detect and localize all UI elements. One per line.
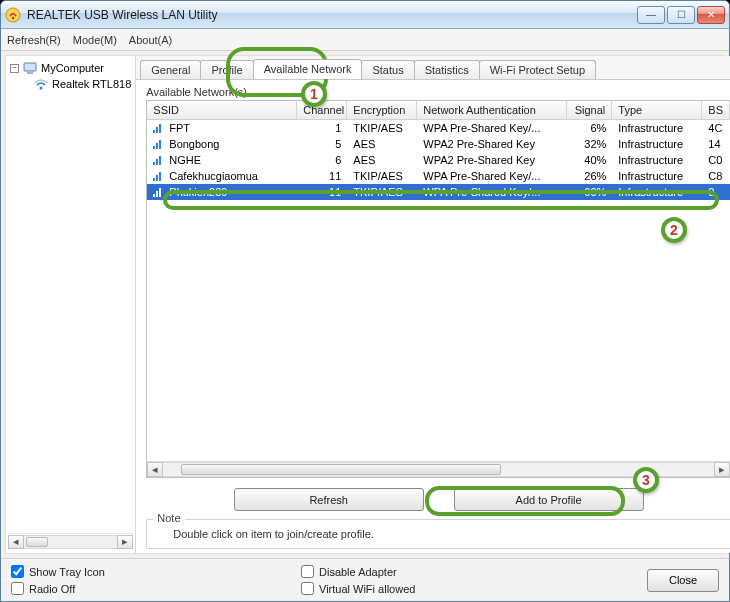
radio-off-input[interactable] bbox=[11, 582, 24, 595]
refresh-button[interactable]: Refresh bbox=[234, 488, 424, 511]
close-button[interactable]: Close bbox=[647, 569, 719, 592]
table-row[interactable]: NGHE6AESWPA2 Pre-Shared Key40%Infrastruc… bbox=[147, 152, 730, 168]
cell-encryption: TKIP/AES bbox=[347, 185, 417, 199]
tree-root-label: MyComputer bbox=[41, 62, 104, 74]
tabstrip: General Profile Available Network Status… bbox=[136, 56, 730, 80]
cell-ssid: Cafekhucgiaomua bbox=[169, 170, 258, 182]
tree-collapse-icon[interactable]: − bbox=[10, 64, 19, 73]
tab-statistics[interactable]: Statistics bbox=[414, 60, 480, 79]
listview-hscroll[interactable]: ◂ ▸ bbox=[147, 461, 730, 477]
cell-auth: WPA Pre-Shared Key/... bbox=[417, 169, 567, 183]
listview-body[interactable]: FPT1TKIP/AESWPA Pre-Shared Key/...6%Infr… bbox=[147, 120, 730, 461]
svg-rect-2 bbox=[24, 63, 36, 71]
col-auth[interactable]: Network Authentication bbox=[417, 101, 567, 119]
cell-encryption: TKIP/AES bbox=[347, 121, 417, 135]
cell-type: Infrastructure bbox=[612, 137, 702, 151]
cell-signal: 40% bbox=[567, 153, 612, 167]
scroll-track[interactable] bbox=[24, 535, 117, 549]
table-row[interactable]: FPT1TKIP/AESWPA Pre-Shared Key/...6%Infr… bbox=[147, 120, 730, 136]
main-panel: General Profile Available Network Status… bbox=[136, 56, 730, 553]
cell-bssid: C0 bbox=[702, 153, 730, 167]
menubar: Refresh(R) Mode(M) About(A) bbox=[1, 29, 729, 51]
disable-adapter-label: Disable Adapter bbox=[319, 566, 397, 578]
cell-bssid: 4C bbox=[702, 121, 730, 135]
cell-encryption: TKIP/AES bbox=[347, 169, 417, 183]
show-tray-input[interactable] bbox=[11, 565, 24, 578]
scroll-left-icon[interactable]: ◂ bbox=[8, 535, 24, 549]
cell-signal: 32% bbox=[567, 137, 612, 151]
cell-ssid: NGHE bbox=[169, 154, 201, 166]
cell-ssid: FPT bbox=[169, 122, 190, 134]
close-window-button[interactable]: ✕ bbox=[697, 6, 725, 24]
table-row[interactable]: Cafekhucgiaomua11TKIP/AESWPA Pre-Shared … bbox=[147, 168, 730, 184]
tab-profile[interactable]: Profile bbox=[200, 60, 253, 79]
show-tray-checkbox[interactable]: Show Tray Icon bbox=[11, 565, 181, 578]
signal-icon bbox=[153, 155, 165, 165]
menu-refresh[interactable]: Refresh(R) bbox=[7, 34, 61, 46]
tab-page: Available Network(s) SSID Channel Encryp… bbox=[136, 80, 730, 553]
scroll-thumb[interactable] bbox=[26, 537, 48, 547]
scroll-right-icon[interactable]: ▸ bbox=[117, 535, 133, 549]
col-bssid[interactable]: BS bbox=[702, 101, 730, 119]
cell-bssid: 0 bbox=[702, 185, 730, 199]
col-ssid[interactable]: SSID bbox=[147, 101, 297, 119]
app-icon bbox=[5, 7, 21, 23]
cell-signal: 60% bbox=[567, 185, 612, 199]
tab-wps[interactable]: Wi-Fi Protect Setup bbox=[479, 60, 596, 79]
networks-group-label: Available Network(s) bbox=[146, 86, 730, 98]
cell-channel: 1 bbox=[297, 121, 347, 135]
add-to-profile-button[interactable]: Add to Profile bbox=[454, 488, 644, 511]
cell-channel: 6 bbox=[297, 153, 347, 167]
lv-scroll-thumb[interactable] bbox=[181, 464, 501, 475]
col-signal[interactable]: Signal bbox=[567, 101, 612, 119]
tab-general[interactable]: General bbox=[140, 60, 201, 79]
cell-auth: WPA Pre-Shared Key/... bbox=[417, 185, 567, 199]
cell-type: Infrastructure bbox=[612, 185, 702, 199]
radio-off-checkbox[interactable]: Radio Off bbox=[11, 582, 181, 595]
maximize-button[interactable]: ☐ bbox=[667, 6, 695, 24]
titlebar[interactable]: REALTEK USB Wireless LAN Utility — ☐ ✕ bbox=[1, 1, 729, 29]
networks-listview[interactable]: SSID Channel Encryption Network Authenti… bbox=[146, 100, 730, 478]
virtual-wifi-input[interactable] bbox=[301, 582, 314, 595]
disable-adapter-input[interactable] bbox=[301, 565, 314, 578]
col-type[interactable]: Type bbox=[612, 101, 702, 119]
radio-off-label: Radio Off bbox=[29, 583, 75, 595]
menu-about[interactable]: About(A) bbox=[129, 34, 172, 46]
lv-scroll-track[interactable] bbox=[163, 462, 714, 477]
tree-adapter[interactable]: Realtek RTL818 bbox=[8, 76, 133, 92]
virtual-wifi-checkbox[interactable]: Virtual WiFi allowed bbox=[301, 582, 415, 595]
cell-signal: 6% bbox=[567, 121, 612, 135]
table-row[interactable]: Phukien23911TKIP/AESWPA Pre-Shared Key/.… bbox=[147, 184, 730, 200]
cell-signal: 26% bbox=[567, 169, 612, 183]
col-channel[interactable]: Channel bbox=[297, 101, 347, 119]
tab-status[interactable]: Status bbox=[361, 60, 414, 79]
signal-icon bbox=[153, 123, 165, 133]
cell-type: Infrastructure bbox=[612, 169, 702, 183]
cell-channel: 11 bbox=[297, 169, 347, 183]
cell-type: Infrastructure bbox=[612, 153, 702, 167]
cell-bssid: 14 bbox=[702, 137, 730, 151]
note-legend: Note bbox=[153, 512, 184, 524]
cell-channel: 5 bbox=[297, 137, 347, 151]
tree-hscroll[interactable]: ◂ ▸ bbox=[8, 533, 133, 549]
cell-encryption: AES bbox=[347, 137, 417, 151]
menu-mode[interactable]: Mode(M) bbox=[73, 34, 117, 46]
lv-scroll-left-icon[interactable]: ◂ bbox=[147, 462, 163, 477]
button-row: Refresh Add to Profile bbox=[146, 478, 730, 517]
tree-root[interactable]: − MyComputer bbox=[8, 60, 133, 76]
cell-ssid: Phukien239 bbox=[169, 186, 227, 198]
app-window: REALTEK USB Wireless LAN Utility — ☐ ✕ R… bbox=[0, 0, 730, 602]
signal-icon bbox=[153, 171, 165, 181]
show-tray-label: Show Tray Icon bbox=[29, 566, 105, 578]
svg-point-0 bbox=[6, 8, 20, 22]
adapter-icon bbox=[34, 77, 48, 91]
minimize-button[interactable]: — bbox=[637, 6, 665, 24]
listview-header[interactable]: SSID Channel Encryption Network Authenti… bbox=[147, 101, 730, 120]
svg-point-4 bbox=[40, 87, 43, 90]
table-row[interactable]: Bongbong5AESWPA2 Pre-Shared Key32%Infras… bbox=[147, 136, 730, 152]
disable-adapter-checkbox[interactable]: Disable Adapter bbox=[301, 565, 415, 578]
signal-icon bbox=[153, 187, 165, 197]
lv-scroll-right-icon[interactable]: ▸ bbox=[714, 462, 730, 477]
tab-available-network[interactable]: Available Network bbox=[253, 59, 363, 79]
col-encryption[interactable]: Encryption bbox=[347, 101, 417, 119]
